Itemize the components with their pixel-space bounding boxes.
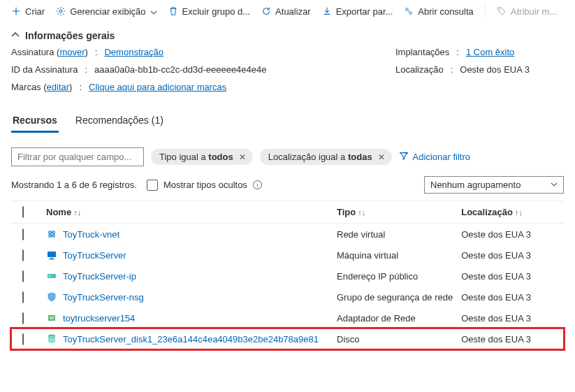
add-filter-button[interactable]: Adicionar filtro <box>399 151 470 163</box>
plus-icon <box>11 6 21 16</box>
create-button[interactable]: Criar <box>11 6 45 17</box>
table-row[interactable]: ToyTruckServer-ipEndereço IP públicoOest… <box>11 266 564 286</box>
table-header-row: Nome↑↓ Tipo↑↓ Localização↑↓ <box>11 201 564 224</box>
tab-resources[interactable]: Recursos <box>11 110 59 133</box>
manage-view-button[interactable]: Gerenciar exibição <box>56 6 157 17</box>
type-filter-value: todos <box>208 152 233 162</box>
row-checkbox[interactable] <box>22 333 24 345</box>
subscription-id-label: ID da Assinatura <box>11 64 78 75</box>
open-query-label: Abrir consulta <box>418 6 473 17</box>
column-location[interactable]: Localização↑↓ <box>457 201 564 224</box>
location-filter-value: todas <box>348 152 372 162</box>
refresh-button[interactable]: Atualizar <box>261 6 311 17</box>
resources-table: Nome↑↓ Tipo↑↓ Localização↑↓ ToyTruck-vne… <box>11 201 564 349</box>
resource-link[interactable]: ToyTruckServer-nsg <box>63 292 144 303</box>
delete-group-label: Excluir grupo d... <box>182 6 251 17</box>
resource-link[interactable]: ToyTruck-vnet <box>63 229 119 240</box>
resource-location: Oeste dos EUA 3 <box>457 245 564 266</box>
location-filter-prefix: Localização igual a <box>268 152 348 162</box>
subscription-value[interactable]: Demonstração <box>104 47 163 57</box>
resource-type: Disco <box>333 328 457 349</box>
resource-link[interactable]: toytruckserver154 <box>63 313 135 324</box>
table-row[interactable]: ToyTruckServer-nsgGrupo de segurança de … <box>11 286 564 307</box>
location-row: Localização : Oeste dos EUA 3 <box>395 64 564 75</box>
column-type[interactable]: Tipo↑↓ <box>333 201 457 224</box>
move-link[interactable]: mover <box>59 47 85 57</box>
resource-link[interactable]: ToyTruckServer_disk1_23e6a144c4ea4049b3e… <box>63 334 319 344</box>
resource-location: Oeste dos EUA 3 <box>457 224 564 245</box>
close-icon[interactable]: ✕ <box>239 152 246 162</box>
tags-label: Marcas ( <box>11 82 47 92</box>
info-icon[interactable]: i <box>253 180 262 189</box>
edit-tags-link[interactable]: editar <box>47 82 70 92</box>
type-filter-pill[interactable]: Tipo igual a todos ✕ <box>151 149 253 165</box>
resource-type: Máquina virtual <box>333 245 457 266</box>
filter-input[interactable] <box>11 147 144 166</box>
query-icon <box>404 6 414 16</box>
assign-button: Atribuir m... <box>497 6 557 17</box>
row-checkbox[interactable] <box>22 249 24 261</box>
select-all-checkbox[interactable] <box>22 206 24 218</box>
svg-rect-4 <box>48 252 56 257</box>
resource-location: Oeste dos EUA 3 <box>457 266 564 286</box>
resource-link[interactable]: ToyTruckServer-ip <box>63 271 136 282</box>
svg-rect-5 <box>50 258 53 259</box>
resource-location: Oeste dos EUA 3 <box>457 286 564 307</box>
refresh-label: Atualizar <box>275 6 311 17</box>
resource-type: Rede virtual <box>333 224 457 245</box>
manage-view-label: Gerenciar exibição <box>70 6 145 17</box>
essentials-header[interactable]: Informações gerais <box>0 23 575 47</box>
resource-icon <box>46 312 57 324</box>
svg-point-2 <box>409 12 412 15</box>
subscription-id-row: ID da Assinatura : aaaa0a0a-bb1b-cc2c-dd… <box>11 64 381 75</box>
location-filter-pill[interactable]: Localização igual a todas ✕ <box>260 149 392 165</box>
filter-bar: Tipo igual a todos ✕ Localização igual a… <box>0 133 575 173</box>
resource-icon <box>46 228 57 240</box>
chevron-up-icon <box>11 30 20 41</box>
results-count: Mostrando 1 a 6 de 6 registros. <box>11 180 137 190</box>
resource-type: Adaptador de Rede <box>333 307 457 328</box>
table-row[interactable]: ToyTruckServerMáquina virtualOeste dos E… <box>11 245 564 266</box>
table-row[interactable]: ToyTruckServer_disk1_23e6a144c4ea4049b3e… <box>11 328 564 349</box>
trash-icon <box>168 6 178 16</box>
tabs: Recursos Recomendações (1) <box>0 98 575 133</box>
gear-icon <box>56 6 66 16</box>
svg-rect-7 <box>48 274 56 278</box>
chevron-down-icon <box>551 180 558 190</box>
row-checkbox[interactable] <box>22 312 24 324</box>
resource-link[interactable]: ToyTruckServer <box>63 250 126 261</box>
tab-recommendations[interactable]: Recomendações (1) <box>74 110 165 133</box>
resource-icon <box>46 249 57 261</box>
delete-group-button[interactable]: Excluir grupo d... <box>168 6 251 17</box>
open-query-button[interactable]: Abrir consulta <box>404 6 473 17</box>
row-checkbox[interactable] <box>22 291 24 303</box>
column-name[interactable]: Nome↑↓ <box>42 201 333 224</box>
grouping-value: Nenhum agrupamento <box>430 180 521 190</box>
show-hidden-checkbox[interactable] <box>147 180 158 191</box>
resource-location: Oeste dos EUA 3 <box>457 328 564 349</box>
divider <box>485 4 486 18</box>
location-value: Oeste dos EUA 3 <box>460 64 530 75</box>
chevron-down-icon <box>150 8 157 15</box>
filter-icon <box>399 151 409 163</box>
table-row[interactable]: toytruckserver154Adaptador de RedeOeste … <box>11 307 564 328</box>
table-row[interactable]: ToyTruck-vnetRede virtualOeste dos EUA 3 <box>11 224 564 245</box>
svg-point-8 <box>49 275 50 277</box>
svg-point-0 <box>59 10 62 13</box>
resource-icon <box>46 270 57 282</box>
svg-rect-6 <box>49 259 54 260</box>
essentials-grid: Assinatura (mover) : Demonstração Implan… <box>0 47 575 98</box>
download-icon <box>322 6 332 16</box>
export-button[interactable]: Exportar par... <box>322 6 393 17</box>
refresh-icon <box>261 6 271 16</box>
close-icon[interactable]: ✕ <box>378 152 385 162</box>
row-checkbox[interactable] <box>22 270 24 282</box>
resource-icon <box>46 291 57 303</box>
tags-value[interactable]: Clique aqui para adicionar marcas <box>89 82 226 92</box>
essentials-title: Informações gerais <box>25 30 115 41</box>
location-label: Localização <box>395 64 444 75</box>
deployments-value[interactable]: 1 Com êxito <box>466 47 514 57</box>
show-hidden-label: Mostrar tipos ocultos <box>163 180 247 190</box>
grouping-dropdown[interactable]: Nenhum agrupamento <box>424 176 564 194</box>
row-checkbox[interactable] <box>22 228 24 240</box>
